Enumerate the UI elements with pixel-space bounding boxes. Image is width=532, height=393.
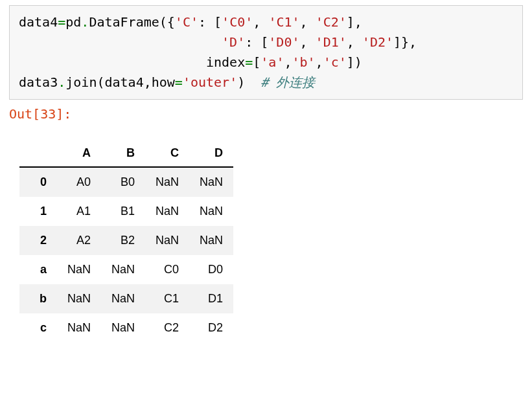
code-token: , xyxy=(253,14,268,30)
code-token: = xyxy=(245,54,253,70)
row-index: 2 xyxy=(19,226,57,255)
code-token: ]) xyxy=(347,54,362,70)
code-pad xyxy=(19,34,222,50)
table-row: b NaN NaN C1 D1 xyxy=(19,284,233,313)
cell: D2 xyxy=(189,313,233,342)
code-token: ], xyxy=(347,14,362,30)
table-header-row: A B C D xyxy=(19,140,233,167)
table-header-col: B xyxy=(101,140,145,167)
table-header-col: D xyxy=(189,140,233,167)
table-row: 0 A0 B0 NaN NaN xyxy=(19,167,233,197)
row-index: 1 xyxy=(19,197,57,226)
code-token: . xyxy=(58,74,65,90)
code-string: 'C' xyxy=(175,14,198,30)
code-token: : [ xyxy=(198,14,222,30)
code-string: 'C1' xyxy=(268,14,299,30)
code-string: 'a' xyxy=(260,54,284,70)
code-string: 'D' xyxy=(222,34,245,50)
code-token: , xyxy=(300,34,316,50)
cell: NaN xyxy=(57,255,101,284)
row-index: b xyxy=(19,284,57,313)
cell: NaN xyxy=(101,284,145,313)
cell: NaN xyxy=(145,167,189,197)
cell: D1 xyxy=(189,284,233,313)
cell: B2 xyxy=(101,226,145,255)
cell: NaN xyxy=(145,197,189,226)
row-index: c xyxy=(19,313,57,342)
code-token: . xyxy=(81,14,89,30)
code-token: pd xyxy=(65,14,81,30)
code-string: 'c' xyxy=(323,54,347,70)
cell: B0 xyxy=(101,167,145,197)
table-row: 2 A2 B2 NaN NaN xyxy=(19,226,233,255)
dataframe-table: A B C D 0 A0 B0 NaN NaN 1 A1 B1 NaN NaN xyxy=(19,140,233,342)
output-table-wrap: A B C D 0 A0 B0 NaN NaN 1 A1 B1 NaN NaN xyxy=(19,140,532,342)
code-token: join(data4,how xyxy=(65,74,175,90)
code-input-cell: data4=pd.DataFrame({'C': ['C0', 'C1', 'C… xyxy=(9,5,523,100)
cell: NaN xyxy=(189,197,233,226)
cell: NaN xyxy=(189,167,233,197)
code-pad xyxy=(19,54,206,70)
code-token: data3 xyxy=(19,74,58,90)
cell: NaN xyxy=(145,226,189,255)
cell: B1 xyxy=(101,197,145,226)
table-row: a NaN NaN C0 D0 xyxy=(19,255,233,284)
code-string: 'b' xyxy=(292,54,315,70)
cell: C1 xyxy=(145,284,189,313)
cell: A2 xyxy=(57,226,101,255)
code-string: 'outer' xyxy=(183,74,237,90)
cell: NaN xyxy=(57,284,101,313)
code-token: , xyxy=(284,54,292,70)
code-token: ) xyxy=(237,74,260,90)
code-token: , xyxy=(300,14,316,30)
code-string: 'D1' xyxy=(316,34,347,50)
cell: NaN xyxy=(101,255,145,284)
table-header-col: C xyxy=(145,140,189,167)
code-token: , xyxy=(347,34,362,50)
row-index: a xyxy=(19,255,57,284)
output-label: Out[33]: xyxy=(9,106,532,122)
code-token: , xyxy=(316,54,323,70)
code-comment: # 外连接 xyxy=(260,74,315,90)
code-string: 'C0' xyxy=(222,14,253,30)
cell: C2 xyxy=(145,313,189,342)
cell: NaN xyxy=(101,313,145,342)
table-header-index xyxy=(19,140,57,167)
code-string: 'D2' xyxy=(362,34,393,50)
code-kwarg: index xyxy=(206,54,245,70)
table-header-col: A xyxy=(57,140,101,167)
code-token: : [ xyxy=(245,34,268,50)
code-token: [ xyxy=(253,54,260,70)
cell: D0 xyxy=(189,255,233,284)
cell: NaN xyxy=(189,226,233,255)
code-string: 'C2' xyxy=(316,14,347,30)
row-index: 0 xyxy=(19,167,57,197)
cell: A1 xyxy=(57,197,101,226)
code-token: ]}, xyxy=(393,34,417,50)
code-token: DataFrame({ xyxy=(89,14,174,30)
table-row: c NaN NaN C2 D2 xyxy=(19,313,233,342)
cell: A0 xyxy=(57,167,101,197)
cell: C0 xyxy=(145,255,189,284)
table-row: 1 A1 B1 NaN NaN xyxy=(19,197,233,226)
cell: NaN xyxy=(57,313,101,342)
code-token: = xyxy=(58,14,65,30)
code-token: data4 xyxy=(19,14,58,30)
code-token: = xyxy=(175,74,183,90)
code-string: 'D0' xyxy=(268,34,299,50)
